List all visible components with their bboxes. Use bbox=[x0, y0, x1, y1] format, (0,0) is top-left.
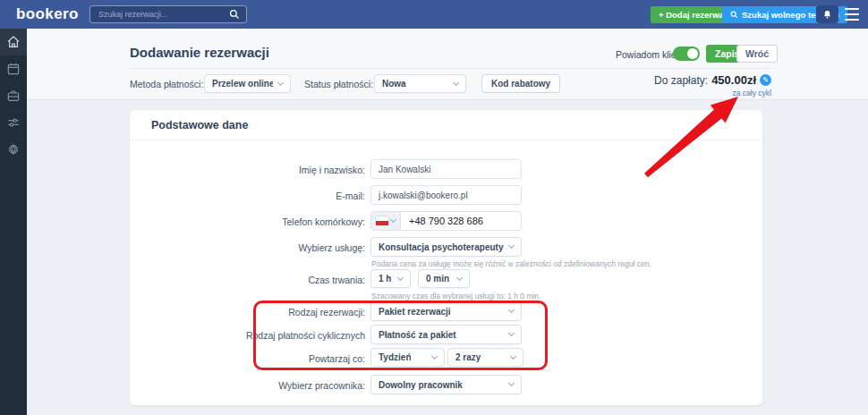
reservation-type-label: Rodzaj rezerwacji: bbox=[150, 307, 365, 318]
reservation-type-select[interactable]: Pakiet rezerwacji bbox=[370, 301, 522, 321]
top-header: bookero + Dodaj rezerwację Szukaj wolneg… bbox=[0, 0, 868, 29]
sidebar-item-settings[interactable] bbox=[0, 136, 27, 163]
title-divider bbox=[130, 68, 772, 69]
page-title: Dodawanie rezerwacji bbox=[130, 45, 269, 60]
duration-hours-value: 1 h bbox=[379, 274, 391, 284]
sidebar-item-home[interactable] bbox=[0, 29, 27, 55]
sidebar-item-integrations[interactable] bbox=[0, 109, 27, 136]
basic-data-card: Podstawowe dane Imię i nazwisko: Jan Kow… bbox=[130, 110, 762, 405]
chevron-down-icon bbox=[508, 330, 515, 336]
back-button[interactable]: Wróć bbox=[736, 45, 778, 63]
cyclic-payment-value: Płatność za pakiet bbox=[379, 330, 456, 340]
reservation-type-value: Pakiet rezerwacji bbox=[379, 307, 451, 317]
repeat-count-select[interactable]: 2 razy bbox=[447, 348, 523, 367]
chevron-down-icon bbox=[390, 216, 396, 223]
name-label: Imię i nazwisko: bbox=[150, 165, 365, 175]
chevron-down-icon bbox=[453, 79, 459, 85]
duration-minutes-select[interactable]: 0 min bbox=[418, 269, 470, 288]
bookero-logo[interactable]: bookero bbox=[16, 0, 79, 29]
chevron-down-icon bbox=[510, 352, 516, 359]
repeat-count-value: 2 razy bbox=[455, 352, 481, 362]
calendar-icon bbox=[6, 62, 21, 76]
sidebar-nav bbox=[0, 29, 27, 415]
reservation-search[interactable] bbox=[89, 5, 247, 23]
total-due-block: Do zapłaty: 450.00zł ✎ za cały cykl bbox=[654, 73, 771, 97]
phone-value: +48 790 328 686 bbox=[401, 216, 483, 226]
name-field[interactable]: Jan Kowalski bbox=[370, 159, 522, 179]
email-field[interactable]: j.kowalski@bookero.pl bbox=[370, 185, 522, 205]
employee-select[interactable]: Dowolny pracownik bbox=[370, 375, 522, 394]
repeat-interval-select[interactable]: Tydzień bbox=[370, 348, 445, 367]
cyclic-payment-label: Rodzaj płatności cyklicznych bbox=[150, 330, 365, 341]
chevron-down-icon bbox=[277, 79, 284, 85]
name-value: Jan Kowalski bbox=[379, 165, 430, 174]
payment-status-select[interactable]: Nowa bbox=[374, 74, 466, 93]
total-due-label: Do zapłaty: bbox=[654, 74, 708, 87]
search-icon[interactable] bbox=[229, 9, 240, 20]
section-divider bbox=[130, 140, 762, 140]
duration-helper-text: Szacowany czas dla wybranej usługi to: 1… bbox=[371, 292, 540, 301]
bookero-app: bookero + Dodaj rezerwację Szukaj wolneg… bbox=[0, 0, 868, 415]
edit-pencil-icon[interactable]: ✎ bbox=[760, 74, 771, 86]
email-label: E-mail: bbox=[150, 191, 365, 201]
notifications-button[interactable] bbox=[816, 5, 838, 23]
payment-method-select[interactable]: Przelew online bbox=[204, 74, 291, 93]
home-icon bbox=[6, 35, 21, 49]
search-input[interactable] bbox=[90, 10, 229, 19]
total-due-value: 450.00zł bbox=[711, 73, 756, 87]
chevron-down-icon bbox=[456, 274, 463, 280]
chevron-down-icon bbox=[508, 307, 515, 313]
sidebar-item-calendar[interactable] bbox=[0, 55, 27, 82]
notify-client-toggle[interactable] bbox=[673, 47, 700, 61]
briefcase-icon bbox=[6, 89, 21, 103]
hamburger-menu-icon[interactable] bbox=[845, 8, 859, 21]
service-label: Wybierz usługę: bbox=[150, 242, 365, 253]
repeat-interval-value: Tydzień bbox=[379, 352, 411, 362]
cyclic-payment-select[interactable]: Płatność za pakiet bbox=[370, 325, 522, 344]
chevron-down-icon bbox=[508, 242, 515, 249]
gear-icon bbox=[6, 142, 21, 157]
bell-icon bbox=[822, 9, 832, 20]
service-select[interactable]: Konsultacja psychoterapeutyczna bbox=[370, 237, 522, 257]
repeat-label: Powtarzaj co: bbox=[150, 353, 365, 364]
page-header-band: Dodawanie rezerwacji Powiadom klienta Za… bbox=[27, 29, 868, 100]
coupon-code-button[interactable]: Kod rabatowy bbox=[481, 74, 560, 93]
duration-label: Czas trwania: bbox=[150, 275, 365, 285]
payment-status-value: Nowa bbox=[382, 79, 406, 89]
section-title: Podstawowe dane bbox=[151, 119, 248, 131]
payment-method-label: Metoda płatności: bbox=[130, 79, 203, 89]
poland-flag-icon bbox=[376, 216, 388, 225]
phone-field[interactable]: +48 790 328 686 bbox=[370, 211, 522, 231]
chevron-down-icon bbox=[431, 352, 438, 359]
chevron-down-icon bbox=[508, 380, 515, 386]
phone-label: Telefon komórkowy: bbox=[150, 216, 365, 227]
total-due-note: za cały cykl bbox=[654, 89, 771, 97]
service-helper-text: Podana cena za usługę może się różnić w … bbox=[371, 259, 651, 268]
employee-value: Dowolny pracownik bbox=[379, 380, 463, 390]
email-value: j.kowalski@bookero.pl bbox=[379, 191, 468, 200]
employee-label: Wybierz pracownika: bbox=[150, 380, 365, 391]
duration-hours-select[interactable]: 1 h bbox=[370, 269, 411, 288]
service-value: Konsultacja psychoterapeutyczna bbox=[379, 242, 504, 252]
sliders-icon bbox=[6, 115, 21, 130]
country-code-select[interactable] bbox=[371, 212, 401, 230]
payment-method-value: Przelew online bbox=[212, 79, 273, 89]
duration-minutes-value: 0 min bbox=[426, 274, 449, 284]
sidebar-item-services[interactable] bbox=[0, 82, 27, 109]
payment-status-label: Status płatności: bbox=[304, 79, 373, 89]
chevron-down-icon bbox=[397, 274, 404, 280]
